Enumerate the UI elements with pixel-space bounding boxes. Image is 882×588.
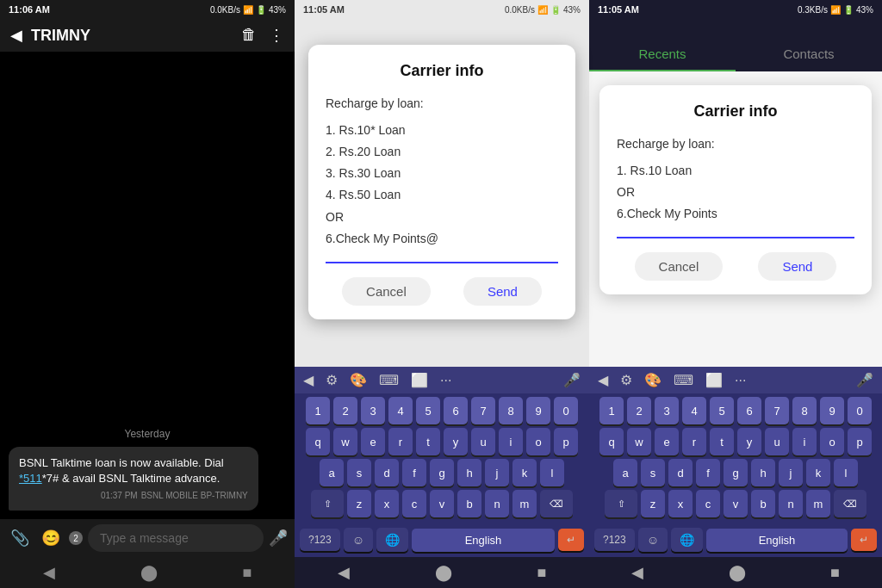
kb-theme-icon-1[interactable]: 🎨 xyxy=(350,372,367,388)
kb2-num-switch[interactable]: ?123 xyxy=(594,529,635,551)
kb2-y[interactable]: y xyxy=(737,428,761,455)
nav-home-phone[interactable]: ⬤ xyxy=(729,563,746,582)
kb2-h[interactable]: h xyxy=(751,459,775,486)
delete-icon[interactable]: 🗑 xyxy=(241,26,257,45)
kb2-p[interactable]: p xyxy=(848,428,872,455)
kb-b[interactable]: b xyxy=(457,490,481,517)
kb2-l[interactable]: l xyxy=(834,459,858,486)
kb-3[interactable]: 3 xyxy=(361,397,385,424)
kb-backspace[interactable]: ⌫ xyxy=(540,490,573,517)
kb-mic-icon-2[interactable]: 🎤 xyxy=(856,372,873,388)
kb-z[interactable]: z xyxy=(347,490,371,517)
kb2-6[interactable]: 6 xyxy=(737,397,761,424)
sticker-icon[interactable]: 😊 xyxy=(38,525,64,551)
kb-p[interactable]: p xyxy=(554,428,578,455)
kb-clip-icon-2[interactable]: ⬜ xyxy=(705,372,723,388)
mic-icon[interactable]: 🎤 xyxy=(269,529,288,548)
kb-w[interactable]: w xyxy=(333,428,357,455)
kb2-2[interactable]: 2 xyxy=(627,397,651,424)
more-icon[interactable]: ⋮ xyxy=(269,26,284,45)
nav-recent-phone[interactable]: ■ xyxy=(830,564,840,582)
kb2-t[interactable]: t xyxy=(710,428,734,455)
kb-n[interactable]: n xyxy=(485,490,509,517)
kb2-i[interactable]: i xyxy=(792,428,817,455)
kb-7[interactable]: 7 xyxy=(471,397,495,424)
nav-back-d1[interactable]: ◀ xyxy=(338,563,350,582)
send-button-2[interactable]: Send xyxy=(758,252,836,281)
kb-more-icon-2[interactable]: ··· xyxy=(735,373,746,388)
kb-enter[interactable]: ↵ xyxy=(558,529,584,551)
attach-icon[interactable]: 📎 xyxy=(7,525,33,551)
message-input[interactable]: Type a message xyxy=(88,524,264,552)
kb-k[interactable]: k xyxy=(512,459,537,486)
kb-q[interactable]: q xyxy=(306,428,330,455)
kb2-4[interactable]: 4 xyxy=(682,397,706,424)
kb-more-icon-1[interactable]: ··· xyxy=(440,373,451,388)
kb2-o[interactable]: o xyxy=(820,428,844,455)
kb2-5[interactable]: 5 xyxy=(710,397,734,424)
nav-recents-icon[interactable]: ■ xyxy=(243,564,252,582)
kb2-u[interactable]: u xyxy=(765,428,789,455)
kb2-w[interactable]: w xyxy=(627,428,651,455)
kb-5[interactable]: 5 xyxy=(416,397,440,424)
kb-d[interactable]: d xyxy=(375,459,399,486)
kb-f[interactable]: f xyxy=(402,459,426,486)
kb2-j[interactable]: j xyxy=(779,459,803,486)
kb-r[interactable]: r xyxy=(388,428,413,455)
kb2-x[interactable]: x xyxy=(668,490,693,517)
kb-c[interactable]: c xyxy=(402,490,426,517)
kb-g[interactable]: g xyxy=(430,459,454,486)
send-button-1[interactable]: Send xyxy=(463,277,542,306)
kb2-lang[interactable]: English xyxy=(706,529,848,552)
nav-home-icon[interactable]: ⬤ xyxy=(140,563,158,582)
kb2-s[interactable]: s xyxy=(641,459,665,486)
kb2-r[interactable]: r xyxy=(682,428,706,455)
kb-t[interactable]: t xyxy=(416,428,440,455)
kb2-globe[interactable]: 🌐 xyxy=(671,528,703,552)
kb2-9[interactable]: 9 xyxy=(820,397,844,424)
kb2-e[interactable]: e xyxy=(655,428,679,455)
kb-s[interactable]: s xyxy=(347,459,371,486)
kb-globe[interactable]: 🌐 xyxy=(376,528,408,552)
kb2-d[interactable]: d xyxy=(668,459,693,486)
kb2-emoji[interactable]: ☺ xyxy=(638,528,668,552)
kb2-n[interactable]: n xyxy=(779,490,803,517)
kb-v[interactable]: v xyxy=(430,490,454,517)
kb2-7[interactable]: 7 xyxy=(765,397,789,424)
nav-back-icon[interactable]: ◀ xyxy=(43,563,55,582)
kb-emoji[interactable]: ☺ xyxy=(344,528,373,552)
kb-2[interactable]: 2 xyxy=(333,397,357,424)
kb-keyboard-icon-1[interactable]: ⌨ xyxy=(379,372,399,388)
kb2-q[interactable]: q xyxy=(599,428,624,455)
kb2-1[interactable]: 1 xyxy=(599,397,624,424)
kb-settings-icon-1[interactable]: ⚙ xyxy=(326,372,338,388)
kb-6[interactable]: 6 xyxy=(444,397,468,424)
kb-lang[interactable]: English xyxy=(412,529,555,552)
kb-j[interactable]: j xyxy=(485,459,509,486)
nav-back-phone[interactable]: ◀ xyxy=(631,563,643,582)
kb2-z[interactable]: z xyxy=(641,490,665,517)
kb2-g[interactable]: g xyxy=(724,459,748,486)
kb-u[interactable]: u xyxy=(471,428,495,455)
kb-0[interactable]: 0 xyxy=(554,397,578,424)
kb2-k[interactable]: k xyxy=(806,459,830,486)
tab-contacts[interactable]: Contacts xyxy=(736,38,882,71)
kb-8[interactable]: 8 xyxy=(499,397,523,424)
kb-9[interactable]: 9 xyxy=(526,397,550,424)
nav-home-d1[interactable]: ⬤ xyxy=(435,563,452,582)
kb-y[interactable]: y xyxy=(444,428,468,455)
kb2-3[interactable]: 3 xyxy=(655,397,679,424)
kb-settings-icon-2[interactable]: ⚙ xyxy=(620,372,632,388)
kb2-shift[interactable]: ⇧ xyxy=(605,490,637,517)
kb-o[interactable]: o xyxy=(526,428,550,455)
back-button[interactable]: ◀ xyxy=(10,26,22,45)
kb2-c[interactable]: c xyxy=(696,490,720,517)
tab-recents[interactable]: Recents xyxy=(589,38,736,71)
kb2-a[interactable]: a xyxy=(613,459,637,486)
kb-shift[interactable]: ⇧ xyxy=(311,490,344,517)
kb-num-switch[interactable]: ?123 xyxy=(300,529,340,551)
kb-clip-icon-1[interactable]: ⬜ xyxy=(411,372,428,388)
kb2-enter[interactable]: ↵ xyxy=(851,529,877,551)
kb2-8[interactable]: 8 xyxy=(792,397,817,424)
cancel-button-2[interactable]: Cancel xyxy=(635,252,724,281)
